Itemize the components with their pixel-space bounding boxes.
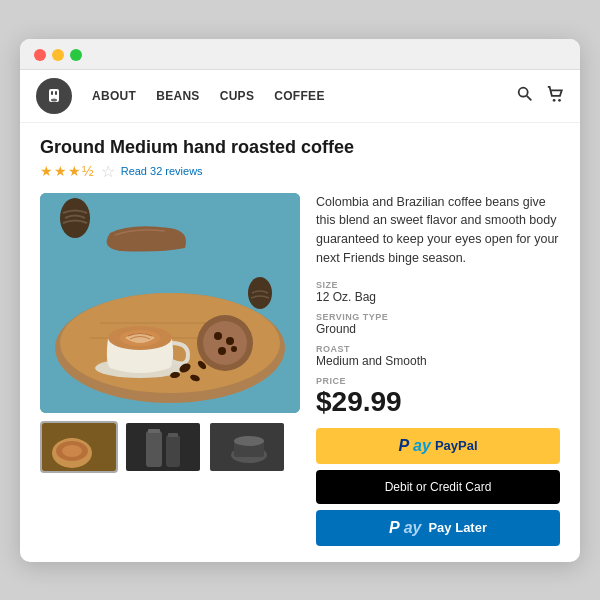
svg-point-3 (51, 98, 57, 101)
svg-line-5 (527, 95, 532, 100)
svg-point-21 (218, 347, 226, 355)
serving-label: SERVING TYPE (316, 312, 560, 322)
thumbnail-1[interactable] (40, 421, 118, 473)
price-value: $29.99 (316, 386, 560, 418)
minimize-button[interactable] (52, 49, 64, 61)
product-description: Colombia and Brazilian coffee beans give… (316, 193, 560, 268)
paypal-button[interactable]: PayPayPal (316, 428, 560, 464)
spec-serving: SERVING TYPE Ground (316, 312, 560, 336)
price-label: PRICE (316, 376, 560, 386)
svg-rect-2 (55, 91, 57, 95)
serving-value: Ground (316, 322, 560, 336)
main-product-image[interactable] (40, 193, 300, 413)
rating-row: ★★★½ ☆ Read 32 reviews (40, 162, 560, 181)
debit-button[interactable]: Debit or Credit Card (316, 470, 560, 504)
nav-cups[interactable]: CUPS (220, 89, 255, 103)
roast-value: Medium and Smooth (316, 354, 560, 368)
svg-point-6 (553, 98, 556, 101)
svg-point-4 (519, 87, 528, 96)
nav-about[interactable]: ABOUT (92, 89, 136, 103)
brand-logo[interactable] (36, 78, 72, 114)
close-button[interactable] (34, 49, 46, 61)
svg-point-18 (203, 321, 247, 365)
product-thumbnails (40, 421, 300, 473)
svg-point-31 (62, 445, 82, 457)
svg-point-19 (214, 332, 222, 340)
thumbnail-2[interactable] (124, 421, 202, 473)
svg-rect-36 (168, 433, 178, 437)
nav-action-icons (516, 85, 564, 107)
navbar: ABOUT BEANS CUPS COFFEE (20, 70, 580, 123)
product-images (40, 193, 300, 546)
svg-point-7 (558, 98, 561, 101)
roast-label: ROAST (316, 344, 560, 354)
svg-point-16 (60, 198, 90, 238)
paylater-button[interactable]: Pay Pay Later (316, 510, 560, 546)
svg-point-20 (226, 337, 234, 345)
svg-rect-34 (166, 435, 180, 467)
nav-coffee[interactable]: COFFEE (274, 89, 324, 103)
paylater-logo-p2: ay (404, 519, 422, 537)
review-link[interactable]: Read 32 reviews (121, 165, 203, 177)
product-details: Colombia and Brazilian coffee beans give… (316, 193, 560, 546)
size-label: SIZE (316, 280, 560, 290)
paypal-logo-p1: P (398, 437, 409, 455)
cart-icon[interactable] (546, 85, 564, 107)
nav-beans[interactable]: BEANS (156, 89, 200, 103)
spec-size: SIZE 12 Oz. Bag (316, 280, 560, 304)
svg-rect-32 (126, 423, 202, 473)
search-icon[interactable] (516, 85, 534, 107)
size-value: 12 Oz. Bag (316, 290, 560, 304)
paylater-logo-p1: P (389, 519, 400, 537)
svg-rect-1 (51, 91, 53, 95)
product-title: Ground Medium hand roasted coffee (40, 137, 560, 158)
maximize-button[interactable] (70, 49, 82, 61)
paypal-label: PayPal (435, 438, 478, 453)
svg-point-40 (234, 436, 264, 446)
svg-rect-35 (148, 429, 160, 433)
product-page: Ground Medium hand roasted coffee ★★★½ ☆… (20, 123, 580, 562)
nav-links: ABOUT BEANS CUPS COFFEE (92, 89, 516, 103)
star-empty: ☆ (101, 162, 115, 181)
svg-rect-33 (146, 431, 162, 467)
spec-roast: ROAST Medium and Smooth (316, 344, 560, 368)
product-section: Colombia and Brazilian coffee beans give… (40, 193, 560, 546)
browser-window: ABOUT BEANS CUPS COFFEE Ground Med (20, 39, 580, 562)
paylater-label: Pay Later (428, 520, 487, 535)
svg-point-22 (231, 346, 237, 352)
thumbnail-3[interactable] (208, 421, 286, 473)
svg-point-23 (248, 277, 272, 309)
stars-filled: ★★★½ (40, 163, 95, 179)
paypal-logo-p2: ay (413, 437, 431, 455)
titlebar (20, 39, 580, 70)
